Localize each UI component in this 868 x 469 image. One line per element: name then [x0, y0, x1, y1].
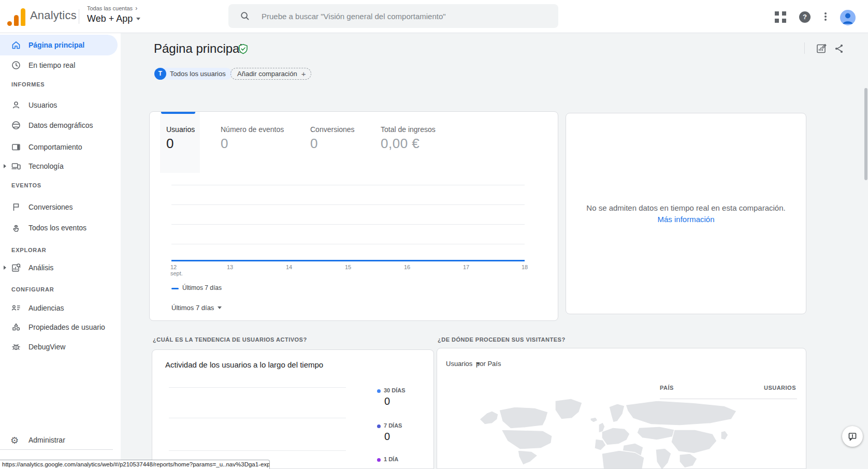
- geo-metric-label: Usuarios: [446, 360, 472, 368]
- property-selector-label: Web + App: [87, 13, 133, 24]
- property-selector[interactable]: Web + App: [87, 13, 140, 24]
- help-icon[interactable]: ?: [799, 11, 811, 23]
- sidebar-bottom-divider: [0, 449, 113, 450]
- web-window-icon: [11, 142, 21, 152]
- sidebar-item-pagina-principal[interactable]: Página principal: [0, 35, 118, 55]
- chart-gridline: [171, 224, 525, 225]
- touch-event-icon: [11, 223, 21, 233]
- x-axis-tick: 12: [170, 264, 177, 270]
- chart-gridline: [169, 418, 346, 418]
- search-input[interactable]: [262, 12, 552, 21]
- more-options-icon[interactable]: [823, 11, 828, 23]
- tab-numero-de-eventos[interactable]: Número de eventos 0: [221, 112, 298, 173]
- breadcrumb[interactable]: Todas las cuentas ›: [87, 5, 140, 12]
- tab-label: Usuarios: [166, 125, 195, 134]
- sidebar-item-audiencias[interactable]: Audiencias: [0, 298, 121, 318]
- sidebar-section-informes: INFORMES: [11, 81, 45, 87]
- date-range-selector[interactable]: Últimos 7 días: [171, 304, 222, 312]
- logo-dot: [7, 21, 12, 26]
- sidebar-item-label: Comportamiento: [28, 143, 111, 151]
- sidebar-item-datos-demograficos[interactable]: Datos demográficos: [0, 114, 121, 137]
- logo-bar-tall: [21, 8, 25, 26]
- sidebar-item-propiedades-de-usuario[interactable]: Propiedades de usuario: [0, 316, 121, 339]
- legend-bullet-icon: [377, 389, 381, 393]
- sidebar-item-comportamiento[interactable]: Comportamiento: [0, 137, 121, 157]
- sidebar-item-label: Administrar: [28, 436, 111, 444]
- search-bar[interactable]: [228, 4, 558, 28]
- product-name: Analytics: [30, 9, 77, 22]
- comparison-message: No se admiten datos en tiempo real en es…: [586, 203, 785, 212]
- world-map: [468, 398, 748, 469]
- legend-value: 0: [384, 431, 390, 443]
- chart-gridline: [171, 185, 525, 185]
- account-avatar[interactable]: [840, 10, 856, 25]
- expand-arrow-icon: [4, 164, 6, 168]
- sidebar-item-administrar[interactable]: ⚙ Administrar: [0, 430, 121, 450]
- x-axis-tick: 14: [286, 264, 292, 270]
- expand-arrow-icon: [4, 266, 6, 270]
- sidebar-item-en-tiempo-real[interactable]: En tiempo real: [0, 55, 121, 76]
- page-title: Página principal: [154, 41, 242, 56]
- chevron-right-icon: ›: [135, 5, 137, 12]
- sidebar-item-usuarios[interactable]: Usuarios: [0, 95, 121, 115]
- tab-label: Número de eventos: [221, 125, 284, 134]
- active-users-trend-card: Actividad de los usuarios a lo largo del…: [152, 349, 434, 469]
- more-info-link[interactable]: Más información: [657, 215, 714, 224]
- app-header: Analytics Todas las cuentas › Web + App …: [0, 0, 868, 33]
- audiences-icon: [11, 303, 21, 313]
- analytics-logo-icon[interactable]: [7, 8, 27, 27]
- sidebar-section-explorar: EXPLORAR: [11, 247, 47, 253]
- legend-bullet-icon: [377, 424, 381, 428]
- clock-icon: [11, 60, 21, 70]
- trend-section-heading: ¿CUÁL ES LA TENDENCIA DE USUARIOS ACTIVO…: [153, 336, 307, 343]
- geo-metric-selector[interactable]: Usuarios: [446, 360, 480, 368]
- sidebar-section-configurar: CONFIGURAR: [11, 286, 54, 292]
- analysis-chart-icon: [11, 262, 21, 273]
- tab-usuarios[interactable]: Usuarios 0: [166, 112, 213, 173]
- search-icon: [240, 11, 250, 21]
- globe-icon: [11, 120, 21, 130]
- apps-grid-icon[interactable]: [775, 11, 786, 23]
- metrics-summary-card: Usuarios 0 Número de eventos 0 Conversio…: [149, 111, 558, 321]
- legend-label: 30 DÍAS: [384, 387, 406, 393]
- segment-chip-label: Todos los usuarios: [170, 70, 226, 78]
- x-axis-tick: 17: [463, 264, 469, 270]
- chart-gridline: [169, 450, 346, 451]
- caret-down-icon: [136, 18, 140, 20]
- legend-label: 1 DÍA: [384, 456, 398, 462]
- add-comparison-label: Añadir comparación: [237, 70, 297, 78]
- segment-chip-all-users[interactable]: T Todos los usuarios: [154, 68, 232, 80]
- feedback-button[interactable]: [842, 426, 863, 447]
- sidebar-item-conversiones[interactable]: Conversiones: [0, 197, 121, 217]
- legend-label: Últimos 7 días: [182, 284, 222, 291]
- devices-icon: [11, 161, 21, 171]
- share-icon[interactable]: [833, 43, 845, 54]
- visitors-by-country-card: Usuarios por País PAÍS USUARIOS: [437, 348, 806, 469]
- sidebar-item-todos-los-eventos[interactable]: Todos los eventos: [0, 217, 121, 238]
- x-axis-tick: 13: [227, 264, 233, 270]
- sidebar-item-label: Tecnología: [28, 162, 111, 170]
- verified-shield-icon: [238, 43, 249, 55]
- sidebar-item-analisis[interactable]: Análisis: [0, 257, 121, 278]
- chart-gridline: [171, 244, 525, 244]
- sidebar-section-eventos: EVENTOS: [11, 182, 41, 188]
- flag-icon: [11, 202, 21, 212]
- add-comparison-chip[interactable]: Añadir comparación +: [230, 68, 311, 80]
- tab-conversiones[interactable]: Conversiones 0: [310, 112, 367, 173]
- scrollbar-thumb[interactable]: [864, 88, 867, 180]
- geo-dimension-label: por País: [476, 360, 501, 368]
- tab-total-de-ingresos[interactable]: Total de ingresos 0,00 €: [381, 112, 448, 173]
- person-icon: [840, 10, 856, 25]
- chart-gridline: [171, 204, 525, 205]
- sidebar-item-debugview[interactable]: DebugView: [0, 336, 121, 357]
- browser-status-bar: https://analytics.google.com/analytics/w…: [0, 460, 270, 469]
- tab-value: 0: [166, 136, 174, 152]
- sidebar-item-label: Página principal: [28, 41, 111, 49]
- sidebar-item-tecnologia[interactable]: Tecnología: [0, 156, 121, 177]
- actions-divider: [804, 42, 805, 54]
- realtime-comparison-card: No se admiten datos en tiempo real en es…: [566, 113, 806, 314]
- date-range-label: Últimos 7 días: [171, 304, 214, 312]
- customize-report-icon[interactable]: [816, 43, 827, 54]
- chart-gridline: [169, 387, 346, 388]
- legend-bullet-icon: [377, 458, 381, 462]
